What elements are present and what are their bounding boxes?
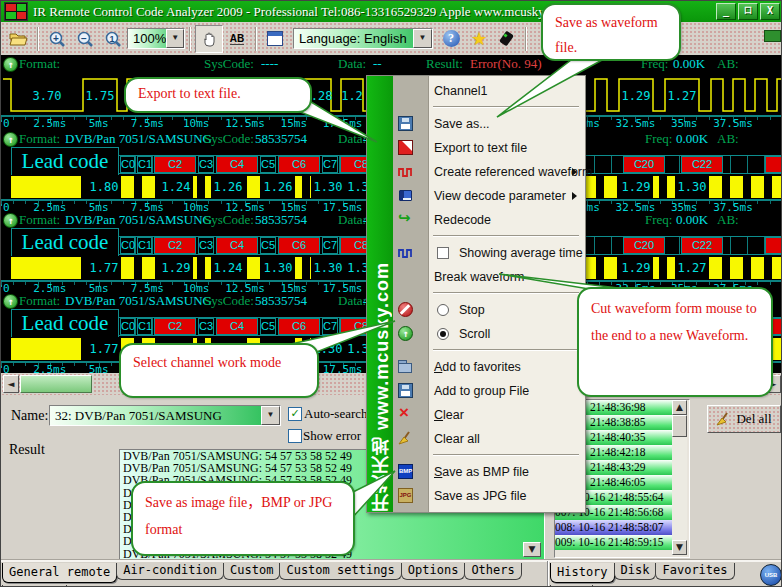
history-row[interactable]: 008: 10-16 21:48:58:07 [555, 520, 673, 535]
measure-ab-button[interactable]: AB [223, 25, 251, 53]
zoom-level-combo[interactable]: 100%▼ [127, 28, 185, 49]
history-scroll-up-button[interactable]: ▲ [672, 400, 687, 415]
tab-custom-settings[interactable]: Custom settings [279, 563, 401, 580]
chevron-down-icon[interactable]: ▼ [166, 29, 184, 48]
history-scroll-thumb[interactable] [672, 415, 687, 437]
hscroll-thumb[interactable] [20, 375, 92, 393]
app-icon [4, 2, 28, 21]
tab-custom[interactable]: Custom [223, 563, 280, 580]
zoom-out-button[interactable]: − [71, 25, 99, 53]
menu-item-save-as[interactable]: Save as... [429, 112, 583, 136]
chevron-down-icon[interactable]: ▼ [413, 29, 432, 48]
tab-disk[interactable]: Disk [614, 563, 657, 580]
bit-cell-c5: C5 [260, 237, 276, 254]
callout-bubble-2: Export to text file. [124, 77, 312, 113]
menu-item-add-to-favorites[interactable]: Add to favorites [429, 355, 583, 379]
bit-cell-c5: C5 [260, 318, 276, 335]
remote-icon [499, 31, 516, 47]
pulse-duration-value: 1.27 [675, 257, 709, 279]
zoom-in-button[interactable]: + [43, 25, 71, 53]
pulse-duration-value: 1.29 [159, 257, 193, 279]
toolbar-separator [189, 27, 191, 51]
menu-item-break-waveform[interactable]: Break waveform [429, 265, 583, 289]
channel-header-field: AB: [717, 212, 739, 228]
zoom-reset-button[interactable]: 1 [99, 25, 127, 53]
pulse-duration-value: 1.24 [211, 257, 245, 279]
chevron-down-icon[interactable]: ▼ [261, 406, 280, 425]
del-all-button[interactable]: Del all [707, 405, 781, 433]
pulse-duration-value: 1.29 [619, 176, 653, 198]
tab-favorites[interactable]: Favorites [655, 563, 734, 580]
channel-icon[interactable]: ↑ [3, 294, 18, 309]
tab-general-remote[interactable]: General remote [2, 563, 117, 583]
timeline-label: 0 [3, 117, 10, 130]
maximize-button[interactable]: 口 [738, 3, 758, 20]
scroll-left-button[interactable]: ◄ [3, 375, 19, 393]
jpg-icon: JPG [398, 488, 413, 503]
context-menu: 开发天地 www.mcusky.com Channel1Save as...Ex… [366, 75, 586, 513]
usb-icon: USB [760, 564, 782, 586]
history-scroll-down-button[interactable]: ▼ [672, 540, 687, 555]
menu-item-clear[interactable]: Clear [429, 403, 583, 427]
wave-blue-icon [398, 245, 413, 260]
window-layout-button[interactable] [261, 25, 289, 53]
open-folder-icon [9, 31, 29, 47]
timeline-label: 0 [3, 363, 10, 373]
history-row[interactable]: 009: 10-16 21:48:59:15 [555, 535, 673, 550]
timeline-label: 12.5ms [225, 117, 265, 130]
menu-item-create-referenced-waveform[interactable]: Create referenced waveform [429, 160, 583, 184]
menu-item-add-to-group-file[interactable]: Add to group File [429, 379, 583, 403]
close-button[interactable]: X [760, 3, 780, 20]
menu-separator [433, 349, 579, 351]
channel-header-field: 58535754 [255, 131, 307, 147]
timeline-label: 17.5ms [323, 117, 363, 130]
channel-icon[interactable]: ↑ [3, 213, 18, 228]
menu-item-scroll[interactable]: Scroll [429, 322, 583, 346]
bit-cell-c2: C2 [154, 156, 196, 173]
menu-item-clear-all[interactable]: Clear all [429, 427, 583, 451]
name-combo[interactable]: 32: DVB/Pan 7051/SAMSUNG▼ [49, 405, 281, 426]
tab-history[interactable]: History [550, 563, 615, 583]
language-combo[interactable]: Language: English▼ [293, 28, 433, 49]
zoom-one-icon: 1 [104, 30, 122, 48]
menu-checkbox[interactable] [437, 247, 449, 259]
menu-radio-stop[interactable] [437, 304, 449, 316]
tab-options[interactable]: Options [401, 563, 466, 580]
favorites-button[interactable]: ★ [465, 25, 493, 53]
result-scroll-down-button[interactable]: ▼ [523, 542, 541, 557]
channel-header-field: AB: [717, 56, 739, 72]
open-file-button[interactable] [5, 25, 33, 53]
menu-item-save-as-jpg-file[interactable]: Save as JPG file [429, 484, 583, 508]
save-icon [398, 383, 413, 398]
channel-icon[interactable]: ↑ [3, 132, 18, 147]
menu-radio-scroll[interactable] [437, 328, 449, 340]
callout-bubble-1: Save as waveform file. [541, 3, 681, 61]
hand-tool-button[interactable] [195, 25, 223, 53]
timeline-label: 7.5ms [131, 117, 164, 130]
tab-air-condition[interactable]: Air-condition [116, 563, 224, 580]
auto-search-checkbox[interactable]: ✓ [288, 407, 302, 421]
minimize-button[interactable]: _ [716, 3, 736, 20]
menu-item-channel1[interactable]: Channel1 [429, 79, 583, 103]
svg-text:3.70: 3.70 [33, 89, 62, 103]
lead-pulse [11, 176, 81, 198]
channel-icon[interactable]: ↑ [3, 57, 18, 72]
wave-red-icon [398, 164, 413, 179]
clear-icon: × [398, 407, 413, 422]
submenu-arrow-icon [572, 192, 577, 200]
menu-item-redecode[interactable]: Redecode [429, 208, 583, 232]
bottom-tabs-right: HistoryDiskFavoritesFile [551, 561, 756, 587]
toolbar-separator [37, 27, 39, 51]
menu-item-export-to-text-file[interactable]: Export to text file [429, 136, 583, 160]
menu-item-view-decode-parameter[interactable]: View decode parameter [429, 184, 583, 208]
pulse-duration-value: 1.77 [87, 338, 121, 360]
menu-item-save-as-bmp-file[interactable]: Save as BMP file [429, 460, 583, 484]
help-button[interactable]: ? [437, 25, 465, 53]
remote-device-button[interactable] [493, 25, 521, 53]
menu-item-stop[interactable]: Stop [429, 298, 583, 322]
hand-icon [201, 31, 217, 47]
channel-header-field: SysCode: [204, 131, 254, 147]
tab-others[interactable]: Others [464, 563, 521, 580]
show-error-checkbox[interactable] [288, 429, 302, 443]
menu-item-showing-average-time[interactable]: Showing average time [429, 241, 583, 265]
